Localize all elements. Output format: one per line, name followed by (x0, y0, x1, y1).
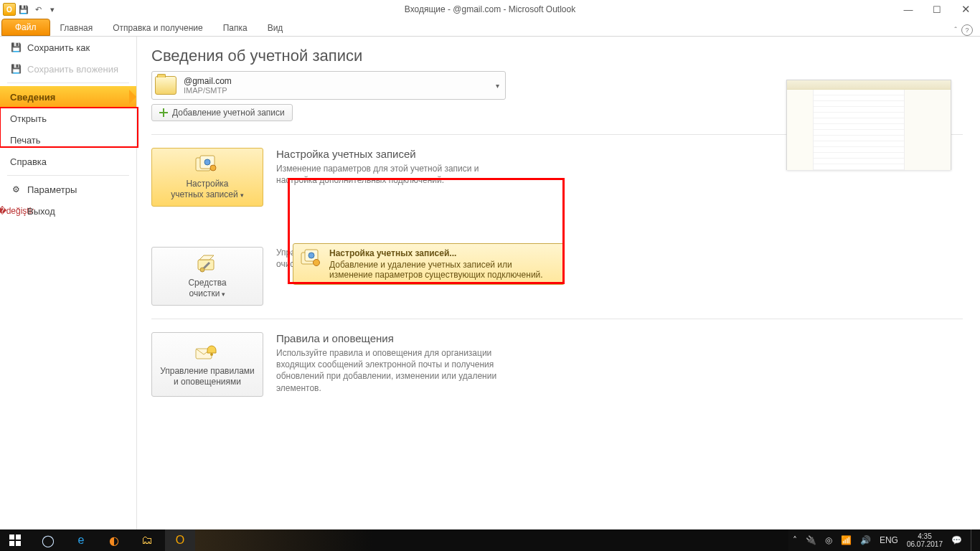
maximize-button[interactable]: ☐ (923, 0, 951, 19)
tray-notifications-icon[interactable]: 💬 (951, 535, 962, 545)
account-settings-button-line2: учетных записей▾ (171, 189, 243, 200)
svg-point-2 (204, 159, 210, 165)
tray-volume-icon[interactable]: 🔊 (860, 535, 871, 545)
account-protocol: IMAP/SMTP (184, 86, 489, 95)
start-button[interactable] (0, 529, 30, 551)
tray-date: 06.07.2017 (907, 540, 943, 548)
ribbon-minimize-icon[interactable]: ˆ (954, 26, 957, 34)
section-account-settings: Настройка учетных записей▾ Настройка уче… (151, 148, 539, 207)
preview-thumbnail (786, 80, 951, 170)
save-as-icon: 💾 (10, 42, 22, 53)
nav-open-label: Открыть (10, 113, 47, 124)
rules-alerts-button-line1: Управление правилами (160, 366, 255, 377)
svg-point-7 (314, 260, 320, 266)
tab-send-receive[interactable]: Отправка и получение (103, 20, 212, 36)
help-icon[interactable]: ? (961, 24, 973, 36)
svg-rect-15 (16, 541, 21, 546)
tray-wifi-icon[interactable]: 📶 (841, 535, 852, 545)
svg-rect-12 (9, 534, 14, 540)
dropdown-title: Настройка учетных записей... (329, 248, 557, 258)
rules-alerts-icon (194, 342, 220, 363)
nav-print-label: Печать (10, 135, 41, 146)
taskbar-spacer (195, 529, 788, 551)
nav-save-as-label: Сохранить как (27, 42, 90, 53)
cleanup-tools-icon (194, 253, 220, 275)
nav-info-label: Сведения (10, 92, 55, 103)
ribbon-tabs: Файл Главная Отправка и получение Папка … (0, 19, 980, 37)
save-attachments-icon: 💾 (10, 63, 22, 75)
dropdown-text: Настройка учетных записей... Добавление … (329, 248, 557, 280)
taskbar: ◯ e ◐ 🗂 O ˄ 🔌 ◎ 📶 🔊 ENG 4:35 06.07.2017 … (0, 529, 980, 551)
nav-save-as[interactable]: 💾 Сохранить как (0, 37, 136, 58)
account-selector[interactable]: @gmail.com IMAP/SMTP ▾ (151, 71, 506, 100)
taskbar-explorer-icon[interactable]: 🗂 (132, 529, 162, 551)
add-account-button[interactable]: Добавление учетной записи (151, 104, 293, 121)
window-controls: — ☐ ✕ (894, 0, 980, 19)
show-desktop-button[interactable] (971, 529, 976, 551)
page-title: Сведения об учетной записи (151, 47, 963, 65)
taskbar-firefox-icon[interactable]: ◐ (99, 529, 129, 551)
svg-point-9 (200, 268, 204, 272)
plus-icon (159, 108, 168, 117)
add-account-label: Добавление учетной записи (172, 108, 285, 118)
tab-file[interactable]: Файл (1, 19, 50, 36)
close-button[interactable]: ✕ (951, 0, 980, 19)
section-rules: Управление правилами и оповещениями Прав… (151, 332, 539, 397)
account-settings-button-line1: Настройка (186, 179, 228, 189)
account-settings-button[interactable]: Настройка учетных записей▾ (151, 148, 263, 207)
tab-home[interactable]: Главная (50, 20, 103, 36)
tray-power-icon[interactable]: 🔌 (806, 535, 816, 545)
window-title: Входящие - @gmail.com - Microsoft Outloo… (405, 4, 575, 14)
section-rules-title: Правила и оповещения (276, 332, 513, 344)
section-rules-text: Правила и оповещения Используйте правила… (276, 332, 513, 397)
rules-alerts-button-line2: и оповещениями (174, 377, 241, 387)
backstage-nav: 💾 Сохранить как 💾 Сохранить вложения Све… (0, 37, 137, 530)
tab-view[interactable]: Вид (258, 20, 293, 36)
account-settings-dropdown-item[interactable]: Настройка учетных записей... Добавление … (293, 243, 565, 285)
account-settings-dropdown-icon (301, 248, 322, 270)
tab-folder[interactable]: Папка (213, 20, 258, 36)
ribbon-help: ˆ ? (954, 24, 980, 36)
taskbar-tray: ˄ 🔌 ◎ 📶 🔊 ENG 4:35 06.07.2017 💬 (788, 529, 980, 551)
backstage-content: Сведения об учетной записи @gmail.com IM… (137, 37, 980, 530)
app-icon: O (3, 3, 16, 16)
separator (151, 319, 963, 319)
minimize-button[interactable]: — (894, 0, 923, 19)
section-account-settings-text: Настройка учетных записей Изменение пара… (276, 148, 513, 207)
nav-save-attachments-label: Сохранить вложения (27, 64, 118, 75)
dropdown-desc: Добавление и удаление учетных записей ил… (329, 260, 557, 280)
rules-alerts-button[interactable]: Управление правилами и оповещениями (151, 332, 263, 397)
cleanup-tools-button[interactable]: Средства очистки▾ (151, 247, 263, 306)
tray-clock[interactable]: 4:35 06.07.2017 (907, 532, 943, 548)
taskbar-outlook-icon[interactable]: O (165, 529, 195, 551)
options-icon: ⚙ (10, 184, 22, 195)
nav-options[interactable]: ⚙ Параметры (0, 179, 136, 200)
taskbar-edge-icon[interactable]: e (66, 529, 96, 551)
qat-customize-icon[interactable]: ▾ (46, 3, 59, 16)
taskbar-search-icon[interactable]: ◯ (33, 529, 63, 551)
nav-print[interactable]: Печать (0, 129, 136, 151)
svg-point-3 (210, 165, 216, 171)
tray-chevron-icon[interactable]: ˄ (793, 535, 797, 545)
nav-options-label: Параметры (27, 184, 77, 195)
exit-icon: �değiştir (10, 205, 22, 217)
section-rules-desc: Используйте правила и оповещения для орг… (276, 347, 513, 394)
nav-exit[interactable]: �değiştir Выход (0, 200, 136, 222)
section-account-settings-desc: Изменение параметров для этой учетной за… (276, 163, 513, 186)
nav-separator (7, 175, 129, 176)
svg-point-11 (210, 353, 213, 356)
tray-location-icon[interactable]: ◎ (825, 535, 832, 545)
nav-save-attachments: 💾 Сохранить вложения (0, 58, 136, 80)
tray-language[interactable]: ENG (880, 535, 898, 545)
nav-info[interactable]: Сведения (0, 86, 136, 108)
nav-help[interactable]: Справка (0, 151, 136, 172)
nav-open[interactable]: Открыть (0, 108, 136, 129)
svg-rect-14 (9, 541, 14, 546)
backstage: 💾 Сохранить как 💾 Сохранить вложения Све… (0, 37, 980, 530)
qat-save-icon[interactable]: 💾 (17, 3, 30, 16)
account-text: @gmail.com IMAP/SMTP (184, 76, 489, 95)
svg-rect-13 (16, 534, 21, 540)
tray-time: 4:35 (907, 532, 943, 540)
quick-access-toolbar: O 💾 ↶ ▾ (0, 3, 59, 16)
qat-undo-icon[interactable]: ↶ (32, 3, 44, 16)
